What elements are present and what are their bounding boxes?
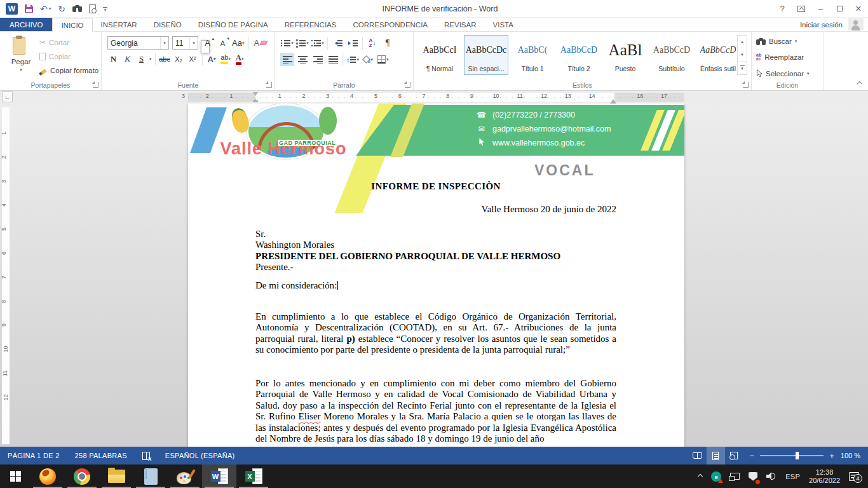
numbering-button[interactable]: ▾ [295,36,309,50]
close-button[interactable]: × [849,0,868,17]
read-mode-button[interactable] [688,447,707,464]
tray-antivirus[interactable]: e [707,464,726,488]
align-left-button[interactable] [280,53,294,66]
gallery-scroll-up-button[interactable]: ▴ [738,36,747,48]
help-button[interactable]: ? [773,0,792,17]
text-effects-button[interactable]: A▾ [206,53,218,65]
gallery-scroll-down-button[interactable]: ▾ [738,48,747,61]
select-button[interactable]: Seleccionar ▾ [756,69,810,78]
tab-correspondencia[interactable]: CORRESPONDENCIA [344,18,436,31]
clipboard-dialog-launcher[interactable] [93,82,98,88]
line-spacing-button[interactable]: ↕▾ [346,53,360,66]
tray-volume[interactable] [762,464,781,488]
strikethrough-button[interactable]: abc [159,53,171,65]
cut-button[interactable]: ✂Cortar [39,37,98,48]
paragraph-2[interactable]: Por lo antes mencionado y en cumplimient… [255,378,616,444]
align-right-button[interactable] [311,53,325,66]
right-indent-marker[interactable] [610,96,616,104]
zoom-in-button[interactable]: + [829,451,834,461]
style-puesto[interactable]: AaBlPuesto [603,35,648,75]
tab-selector[interactable]: ∟ [2,92,13,102]
tab-revisar[interactable]: REVISAR [436,18,485,31]
chevron-down-icon[interactable]: ▾ [149,57,152,62]
save-button[interactable] [25,4,33,13]
paragraph-1[interactable]: En cumplimiento a lo que establece el Có… [255,311,616,356]
word-count[interactable]: 258 PALABRAS [67,447,135,464]
change-case-button[interactable]: Aa▾ [232,37,244,50]
align-center-button[interactable] [295,53,309,66]
taskbar-chrome[interactable] [65,464,99,488]
justify-button[interactable] [326,53,340,66]
style-normal[interactable]: AaBbCcI¶ Normal [417,35,462,75]
tab-referencias[interactable]: REFERENCIAS [276,18,345,31]
shrink-font-button[interactable]: A▾ [217,37,229,50]
paragraph-dialog-launcher[interactable] [405,82,410,88]
document-title[interactable]: INFORME DE INSPECCIÒN [255,181,616,192]
page-count[interactable]: PÁGINA 1 DE 2 [0,447,67,464]
style-titulo-1[interactable]: AaBbC(Título 1 [510,35,555,75]
taskbar-paint[interactable] [168,464,202,488]
tray-expand-button[interactable] [694,464,707,488]
document-page[interactable]: ☎ (02)2773220 / 2773300 ✉ gadprvalleherm… [188,104,684,447]
replace-button[interactable]: abac Reemplazar [756,53,804,61]
print-preview-button[interactable] [89,4,96,13]
show-paragraph-marks-button[interactable]: ¶ [381,36,395,50]
format-painter-button[interactable]: Copiar formato [39,65,98,76]
collapse-ribbon-button[interactable] [857,81,862,86]
underline-button[interactable]: S [135,53,147,65]
font-size-select[interactable]: 11 ▾ [172,36,198,50]
vertical-ruler[interactable]: 123456789101112 [0,104,11,447]
notification-center-button[interactable]: 4 [844,464,868,488]
restore-button[interactable] [830,0,849,17]
ribbon-display-options-button[interactable] [792,0,811,17]
bullets-button[interactable]: ▾ [280,36,294,50]
tab-diseno-de-pagina[interactable]: DISEÑO DE PÁGINA [190,18,276,31]
tab-inicio[interactable]: INICIO [52,18,92,32]
tab-archivo[interactable]: ARCHIVO [0,18,52,31]
gallery-more-button[interactable]: ▾ [738,62,747,74]
tray-network[interactable] [726,464,744,488]
subscript-button[interactable]: X₂ [173,53,185,65]
word-app-icon[interactable]: W [6,3,18,15]
zoom-level[interactable]: 100 % [841,452,868,459]
tab-vista[interactable]: VISTA [485,18,522,31]
highlight-button[interactable]: ab▾ [220,53,232,65]
tray-security[interactable] [744,464,762,488]
undo-button[interactable]: ↶▾ [40,4,51,13]
sign-in-area[interactable]: Iniciar sesión [800,18,868,31]
zoom-slider[interactable] [760,455,824,456]
font-family-select[interactable]: Georgia ▾ [107,36,169,50]
salutation[interactable]: De mi consideración: [255,280,616,291]
horizontal-ruler[interactable]: 32112345678910111213141617 ∟ [0,91,868,104]
redo-button[interactable]: ↻ [58,4,65,13]
zoom-out-button[interactable]: − [750,451,755,461]
italic-button[interactable]: K [121,53,133,65]
clock[interactable]: 12:38 20/6/2022 [804,464,844,488]
sort-button[interactable]: AZ↓ [365,36,379,50]
print-layout-button[interactable] [707,447,725,464]
start-button[interactable] [0,464,31,488]
style-enfasis-sutil[interactable]: AaBbCcDÉnfasis sutil [696,35,740,75]
font-color-button[interactable]: A▾ [234,53,246,65]
taskbar-excel[interactable]: X [236,464,271,488]
language-status[interactable]: ESPAÑOL (ESPAÑA) [158,447,243,464]
bold-button[interactable]: N [107,53,119,65]
increase-indent-button[interactable] [346,36,360,50]
clear-formatting-button[interactable]: A [254,37,267,50]
style-subtitulo[interactable]: AaBbCcDSubtítulo [649,35,694,75]
taskbar-calculator[interactable] [133,464,168,488]
dateline[interactable]: Valle Hermoso 20 de junio de 2022 [255,204,616,215]
paste-button[interactable]: Pegar ▾ [5,36,37,80]
recipient-block[interactable]: Sr. Washington Morales PRESIDENTE DEL GO… [255,229,616,273]
style-titulo-2[interactable]: AaBbCcDTítulo 2 [557,35,601,75]
tab-diseno[interactable]: DISEÑO [146,18,190,31]
multilevel-list-button[interactable]: ▾ [311,36,325,50]
style-sin-espaciado[interactable]: AaBbCcDcSin espaci... [464,35,508,75]
find-quick-button[interactable] [72,5,82,12]
taskbar-word[interactable]: W [202,464,236,488]
left-indent-marker[interactable] [253,100,258,102]
input-language[interactable]: ESP [781,464,804,488]
superscript-button[interactable]: X² [187,53,199,65]
shading-button[interactable]: ▾ [361,53,375,66]
copy-button[interactable]: Copiar [39,51,98,62]
